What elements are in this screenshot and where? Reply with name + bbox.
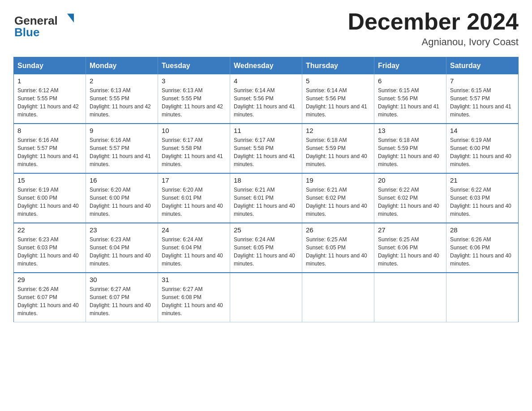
day-number: 10 [162, 127, 226, 134]
day-number: 24 [162, 226, 226, 234]
day-number: 15 [17, 176, 82, 184]
day-info: Sunrise: 6:26 AMSunset: 6:07 PMDaylight:… [17, 285, 82, 317]
table-row: 22Sunrise: 6:23 AMSunset: 6:03 PMDayligh… [14, 223, 86, 273]
table-row: 12Sunrise: 6:18 AMSunset: 5:59 PMDayligh… [302, 124, 374, 173]
table-row: 8Sunrise: 6:16 AMSunset: 5:57 PMDaylight… [14, 124, 86, 173]
day-info: Sunrise: 6:13 AMSunset: 5:55 PMDaylight:… [162, 86, 226, 119]
day-info: Sunrise: 6:25 AMSunset: 6:06 PMDaylight:… [378, 235, 442, 268]
day-number: 11 [234, 127, 298, 134]
table-row: 19Sunrise: 6:21 AMSunset: 6:02 PMDayligh… [302, 173, 374, 223]
table-row: 29Sunrise: 6:26 AMSunset: 6:07 PMDayligh… [14, 273, 86, 322]
month-title: December 2024 [348, 9, 519, 34]
table-row: 5Sunrise: 6:14 AMSunset: 5:56 PMDaylight… [302, 74, 374, 124]
day-number: 1 [17, 77, 82, 85]
col-thursday: Thursday [302, 57, 374, 75]
day-number: 17 [162, 176, 226, 184]
day-number: 3 [162, 77, 226, 85]
day-info: Sunrise: 6:13 AMSunset: 5:55 PMDaylight:… [90, 86, 154, 119]
col-tuesday: Tuesday [158, 57, 230, 75]
day-number: 29 [17, 276, 82, 283]
day-info: Sunrise: 6:25 AMSunset: 6:05 PMDaylight:… [306, 235, 370, 268]
day-info: Sunrise: 6:15 AMSunset: 5:57 PMDaylight:… [450, 86, 515, 119]
day-info: Sunrise: 6:26 AMSunset: 6:06 PMDaylight:… [450, 235, 515, 268]
day-info: Sunrise: 6:20 AMSunset: 6:00 PMDaylight:… [90, 186, 154, 218]
day-number: 16 [90, 176, 154, 184]
day-number: 20 [378, 176, 442, 184]
day-info: Sunrise: 6:18 AMSunset: 5:59 PMDaylight:… [306, 136, 370, 168]
table-row [230, 273, 302, 322]
table-row: 17Sunrise: 6:20 AMSunset: 6:01 PMDayligh… [158, 173, 230, 223]
table-row: 20Sunrise: 6:22 AMSunset: 6:02 PMDayligh… [374, 173, 446, 223]
table-row: 4Sunrise: 6:14 AMSunset: 5:56 PMDaylight… [230, 74, 302, 124]
day-info: Sunrise: 6:20 AMSunset: 6:01 PMDaylight:… [162, 186, 226, 218]
calendar-week-row: 15Sunrise: 6:19 AMSunset: 6:00 PMDayligh… [14, 173, 519, 223]
day-number: 28 [450, 226, 515, 234]
table-row: 3Sunrise: 6:13 AMSunset: 5:55 PMDaylight… [158, 74, 230, 124]
day-info: Sunrise: 6:27 AMSunset: 6:07 PMDaylight:… [90, 285, 154, 317]
table-row: 21Sunrise: 6:22 AMSunset: 6:03 PMDayligh… [446, 173, 519, 223]
day-info: Sunrise: 6:15 AMSunset: 5:56 PMDaylight:… [378, 86, 442, 119]
title-block: December 2024 Agnianou, Ivory Coast [348, 9, 519, 48]
day-info: Sunrise: 6:23 AMSunset: 6:04 PMDaylight:… [90, 235, 154, 268]
day-info: Sunrise: 6:12 AMSunset: 5:55 PMDaylight:… [17, 86, 82, 119]
day-info: Sunrise: 6:23 AMSunset: 6:03 PMDaylight:… [17, 235, 82, 268]
table-row: 14Sunrise: 6:19 AMSunset: 6:00 PMDayligh… [446, 124, 519, 173]
day-number: 19 [306, 176, 370, 184]
table-row: 30Sunrise: 6:27 AMSunset: 6:07 PMDayligh… [86, 273, 158, 322]
day-info: Sunrise: 6:22 AMSunset: 6:03 PMDaylight:… [450, 186, 515, 218]
day-number: 2 [90, 77, 154, 85]
day-info: Sunrise: 6:18 AMSunset: 5:59 PMDaylight:… [378, 136, 442, 168]
table-row: 2Sunrise: 6:13 AMSunset: 5:55 PMDaylight… [86, 74, 158, 124]
calendar-week-row: 29Sunrise: 6:26 AMSunset: 6:07 PMDayligh… [14, 273, 519, 322]
day-number: 12 [306, 127, 370, 134]
day-info: Sunrise: 6:16 AMSunset: 5:57 PMDaylight:… [17, 136, 82, 168]
col-sunday: Sunday [14, 57, 86, 75]
day-number: 26 [306, 226, 370, 234]
day-number: 14 [450, 127, 515, 134]
calendar-header-row: Sunday Monday Tuesday Wednesday Thursday… [14, 57, 519, 75]
calendar-table: Sunday Monday Tuesday Wednesday Thursday… [13, 57, 519, 322]
table-row: 24Sunrise: 6:24 AMSunset: 6:04 PMDayligh… [158, 223, 230, 273]
day-info: Sunrise: 6:24 AMSunset: 6:04 PMDaylight:… [162, 235, 226, 268]
table-row: 28Sunrise: 6:26 AMSunset: 6:06 PMDayligh… [446, 223, 519, 273]
day-number: 30 [90, 276, 154, 283]
day-number: 18 [234, 176, 298, 184]
day-number: 23 [90, 226, 154, 234]
col-monday: Monday [86, 57, 158, 75]
table-row: 10Sunrise: 6:17 AMSunset: 5:58 PMDayligh… [158, 124, 230, 173]
table-row: 1Sunrise: 6:12 AMSunset: 5:55 PMDaylight… [14, 74, 86, 124]
table-row: 15Sunrise: 6:19 AMSunset: 6:00 PMDayligh… [14, 173, 86, 223]
day-info: Sunrise: 6:17 AMSunset: 5:58 PMDaylight:… [162, 136, 226, 168]
day-info: Sunrise: 6:14 AMSunset: 5:56 PMDaylight:… [306, 86, 370, 119]
day-number: 4 [234, 77, 298, 85]
day-info: Sunrise: 6:21 AMSunset: 6:01 PMDaylight:… [234, 186, 298, 218]
day-info: Sunrise: 6:21 AMSunset: 6:02 PMDaylight:… [306, 186, 370, 218]
calendar-week-row: 1Sunrise: 6:12 AMSunset: 5:55 PMDaylight… [14, 74, 519, 124]
table-row: 25Sunrise: 6:24 AMSunset: 6:05 PMDayligh… [230, 223, 302, 273]
day-number: 31 [162, 276, 226, 283]
svg-marker-1 [67, 14, 74, 23]
day-info: Sunrise: 6:22 AMSunset: 6:02 PMDaylight:… [378, 186, 442, 218]
day-info: Sunrise: 6:19 AMSunset: 6:00 PMDaylight:… [17, 186, 82, 218]
location: Agnianou, Ivory Coast [348, 36, 519, 48]
day-info: Sunrise: 6:14 AMSunset: 5:56 PMDaylight:… [234, 86, 298, 119]
day-info: Sunrise: 6:17 AMSunset: 5:58 PMDaylight:… [234, 136, 298, 168]
logo-svg: General Blue [13, 9, 76, 40]
day-info: Sunrise: 6:19 AMSunset: 6:00 PMDaylight:… [450, 136, 515, 168]
table-row: 13Sunrise: 6:18 AMSunset: 5:59 PMDayligh… [374, 124, 446, 173]
table-row: 27Sunrise: 6:25 AMSunset: 6:06 PMDayligh… [374, 223, 446, 273]
day-number: 21 [450, 176, 515, 184]
table-row: 23Sunrise: 6:23 AMSunset: 6:04 PMDayligh… [86, 223, 158, 273]
table-row [446, 273, 519, 322]
table-row: 7Sunrise: 6:15 AMSunset: 5:57 PMDaylight… [446, 74, 519, 124]
table-row: 11Sunrise: 6:17 AMSunset: 5:58 PMDayligh… [230, 124, 302, 173]
table-row: 31Sunrise: 6:27 AMSunset: 6:08 PMDayligh… [158, 273, 230, 322]
day-info: Sunrise: 6:27 AMSunset: 6:08 PMDaylight:… [162, 285, 226, 317]
svg-text:Blue: Blue [14, 26, 39, 39]
logo: General Blue [13, 9, 76, 40]
col-friday: Friday [374, 57, 446, 75]
day-number: 6 [378, 77, 442, 85]
table-row [302, 273, 374, 322]
page-header: General Blue December 2024 Agnianou, Ivo… [13, 9, 519, 48]
table-row: 26Sunrise: 6:25 AMSunset: 6:05 PMDayligh… [302, 223, 374, 273]
